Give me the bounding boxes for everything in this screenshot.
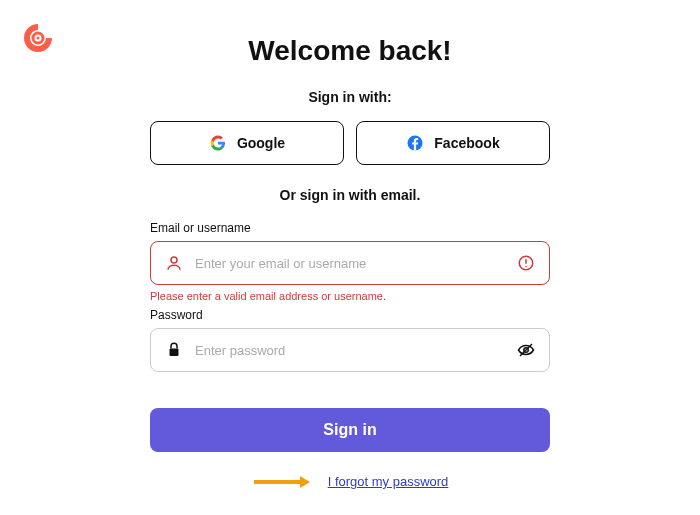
forgot-password-row: I forgot my password — [150, 474, 550, 489]
google-button-label: Google — [237, 135, 285, 151]
google-signin-button[interactable]: Google — [150, 121, 344, 165]
signin-button[interactable]: Sign in — [150, 408, 550, 452]
social-buttons-row: Google Facebook — [150, 121, 550, 165]
facebook-icon — [406, 134, 424, 152]
email-divider-text: Or sign in with email. — [150, 187, 550, 203]
password-label: Password — [150, 308, 550, 322]
eye-off-icon[interactable] — [517, 341, 535, 359]
svg-point-6 — [525, 266, 527, 268]
svg-point-3 — [171, 257, 177, 263]
facebook-signin-button[interactable]: Facebook — [356, 121, 550, 165]
forgot-password-link[interactable]: I forgot my password — [328, 474, 449, 489]
email-input-wrap — [150, 241, 550, 285]
error-icon — [517, 254, 535, 272]
target-logo-icon — [20, 20, 56, 56]
password-field-group: Password — [150, 308, 550, 372]
svg-rect-7 — [170, 349, 179, 357]
google-icon — [209, 134, 227, 152]
facebook-button-label: Facebook — [434, 135, 499, 151]
password-input[interactable] — [195, 343, 505, 358]
email-input[interactable] — [195, 256, 505, 271]
password-input-wrap — [150, 328, 550, 372]
email-label: Email or username — [150, 221, 550, 235]
svg-point-1 — [37, 37, 40, 40]
lock-icon — [165, 341, 183, 359]
email-error-text: Please enter a valid email address or us… — [150, 290, 550, 302]
email-field-group: Email or username Please enter a valid e… — [150, 221, 550, 302]
svg-marker-11 — [300, 476, 310, 488]
arrow-right-icon — [252, 475, 310, 489]
signin-with-label: Sign in with: — [150, 89, 550, 105]
page-title: Welcome back! — [150, 35, 550, 67]
brand-logo — [20, 20, 56, 56]
user-icon — [165, 254, 183, 272]
